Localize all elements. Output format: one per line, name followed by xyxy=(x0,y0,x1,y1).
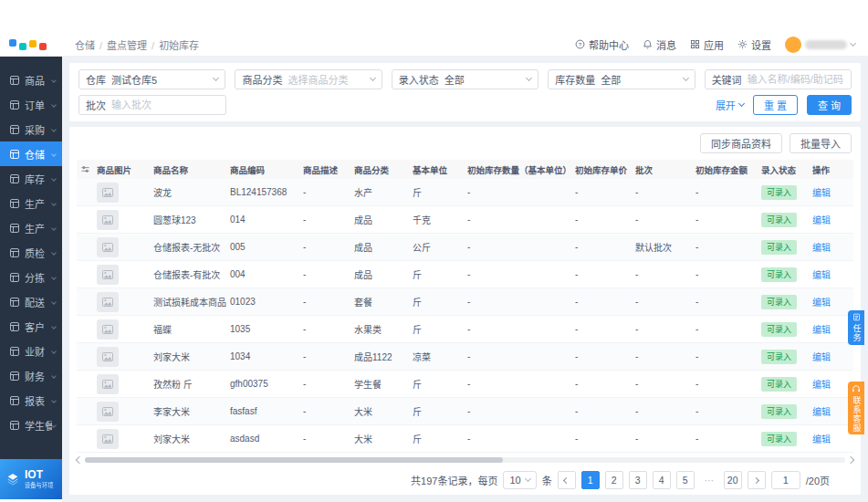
sidebar-item[interactable]: 采购 xyxy=(0,117,62,141)
breadcrumb-item[interactable]: 盘点管理 xyxy=(95,37,147,52)
chevron-down-icon xyxy=(51,423,57,428)
edit-button[interactable]: 编辑 xyxy=(812,352,831,362)
cell-product-code: gfh00375 xyxy=(230,379,303,389)
cell-initial-price: - xyxy=(575,297,635,307)
edit-button[interactable]: 编辑 xyxy=(812,407,831,417)
edit-button[interactable]: 编辑 xyxy=(812,434,831,444)
sidebar-item[interactable]: 生产 xyxy=(0,191,62,215)
cell-entry-status: 可录入 xyxy=(761,377,812,392)
sidebar-item[interactable]: 配送 xyxy=(0,289,62,314)
edit-button[interactable]: 编辑 xyxy=(812,215,831,225)
cell-initial-qty: - xyxy=(467,269,575,279)
table-body: 波龙 BL124157368 - 水产 斤 - - - - 可录入 编辑 xyxy=(77,179,853,453)
cell-actions: 编辑 xyxy=(812,213,852,226)
sidebar-item[interactable]: 业财 xyxy=(0,339,62,363)
page-button[interactable]: 1 xyxy=(581,471,600,489)
module-icon xyxy=(9,321,20,332)
cell-category: 成品 xyxy=(354,213,413,226)
keyword-input[interactable] xyxy=(748,74,844,85)
cell-initial-qty: - xyxy=(467,214,575,225)
sidebar-item[interactable]: 学生餐 xyxy=(0,413,62,437)
category-select[interactable]: 商品分类 选择商品分类 xyxy=(235,69,382,89)
batch-input[interactable] xyxy=(111,99,219,110)
cell-category: 成品 xyxy=(354,267,413,281)
sidebar-item[interactable]: 报表 xyxy=(0,388,62,413)
reset-button[interactable]: 重 置 xyxy=(753,95,798,115)
status-badge: 可录入 xyxy=(761,267,797,282)
module-icon xyxy=(9,346,20,357)
horizontal-scrollbar xyxy=(77,455,853,464)
scroll-left-icon[interactable] xyxy=(76,455,83,463)
chevron-down-icon xyxy=(683,75,689,81)
column-header: 操作 xyxy=(812,163,852,176)
status-badge: 可录入 xyxy=(761,240,797,255)
edit-button[interactable]: 编辑 xyxy=(812,243,831,253)
cell-initial-qty: - xyxy=(467,434,575,444)
cell-product-code: 004 xyxy=(230,269,303,279)
column-settings-icon[interactable] xyxy=(77,164,97,174)
chevron-down-icon xyxy=(51,349,57,354)
cell-initial-qty: - xyxy=(467,187,575,197)
next-page-button[interactable] xyxy=(748,471,766,489)
user-menu[interactable] xyxy=(785,37,855,53)
goto-page-input[interactable] xyxy=(771,471,800,489)
module-icon xyxy=(9,173,20,184)
sidebar-item[interactable]: 客户 xyxy=(0,314,62,339)
question-circle-icon: ? xyxy=(575,39,585,49)
sidebar-item[interactable]: 质检 xyxy=(0,240,62,265)
cell-actions: 编辑 xyxy=(812,377,852,391)
page-button[interactable]: 5 xyxy=(676,471,695,489)
page-button[interactable]: 3 xyxy=(629,471,647,489)
cell-product-code: 1034 xyxy=(230,351,303,361)
edit-button[interactable]: 编辑 xyxy=(812,188,831,198)
chevron-down-icon xyxy=(51,324,57,329)
cell-entry-status: 可录入 xyxy=(761,350,812,364)
scrollbar-track[interactable] xyxy=(85,457,845,463)
entry-status-select[interactable]: 录入状态 全部 xyxy=(392,69,539,89)
prev-page-button[interactable] xyxy=(558,471,576,489)
sidebar-item[interactable]: 商品 xyxy=(0,68,62,92)
settings-button[interactable]: 设置 xyxy=(737,37,771,52)
cell-product-code: 014 xyxy=(230,214,303,225)
edit-button[interactable]: 编辑 xyxy=(812,270,831,280)
chevron-down-icon xyxy=(525,476,531,482)
stock-qty-select[interactable]: 库存数量 全部 xyxy=(548,69,695,89)
sidebar-item[interactable]: 分拣 xyxy=(0,265,62,289)
breadcrumb-item[interactable]: 仓储 xyxy=(75,37,95,52)
sidebar-item[interactable]: 仓储 xyxy=(0,141,62,166)
edit-button[interactable]: 编辑 xyxy=(812,380,831,390)
messages-button[interactable]: 消息 xyxy=(643,37,676,52)
picture-icon xyxy=(102,215,113,225)
page-button[interactable]: 4 xyxy=(653,471,671,489)
cell-batch: - xyxy=(635,269,695,279)
column-header: 初始库存单价 xyxy=(575,163,635,176)
edit-button[interactable]: 编辑 xyxy=(812,298,831,308)
page-button[interactable]: ··· xyxy=(700,471,718,489)
sidebar-item[interactable]: 库存 xyxy=(0,166,62,191)
help-center-button[interactable]: ? 帮助中心 xyxy=(575,37,629,52)
apps-button[interactable]: 应用 xyxy=(690,37,724,52)
scroll-right-icon[interactable] xyxy=(847,455,854,463)
search-button[interactable]: 查 询 xyxy=(807,95,852,115)
app-window: 仓储 盘点管理 初始库存 ? 帮助中心 消息 应用 设置 xyxy=(0,0,868,502)
chevron-down-icon xyxy=(51,398,57,403)
cell-base-unit: 斤 xyxy=(413,404,467,418)
sidebar-item[interactable]: 订单 xyxy=(0,92,62,117)
edit-button[interactable]: 编辑 xyxy=(812,325,831,335)
page-size-select[interactable]: 10 xyxy=(503,471,536,489)
batch-import-button[interactable]: 批量导入 xyxy=(790,133,852,153)
chevron-right-icon xyxy=(753,477,759,484)
sync-products-button[interactable]: 同步商品资料 xyxy=(700,133,782,153)
sidebar-item[interactable]: 财务 xyxy=(0,363,62,388)
tasks-tab[interactable]: 任务 xyxy=(848,310,864,345)
page-button[interactable]: 2 xyxy=(605,471,623,489)
scrollbar-thumb[interactable] xyxy=(85,457,503,463)
breadcrumb-item[interactable]: 初始库存 xyxy=(147,37,199,52)
warehouse-select[interactable]: 仓库 测试仓库5 xyxy=(78,69,225,89)
module-icon xyxy=(9,198,20,209)
expand-filters-button[interactable]: 展开 xyxy=(716,98,744,112)
contact-service-tab[interactable]: 联系客服 xyxy=(848,382,864,434)
sidebar-item[interactable]: 生产 xyxy=(0,215,62,240)
contact-service-label: 联系客服 xyxy=(852,396,861,433)
page-button[interactable]: 20 xyxy=(724,471,742,489)
